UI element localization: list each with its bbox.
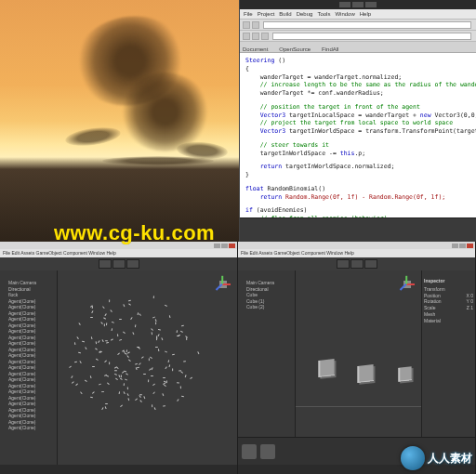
step-button[interactable] (364, 259, 377, 269)
minimize-button[interactable] (452, 244, 458, 248)
hierarchy-panel[interactable]: Main CameraDirectionalflockAgent(Clone)A… (0, 270, 58, 465)
maximize-button[interactable] (352, 2, 364, 7)
file-path-field[interactable] (263, 21, 471, 29)
flock-agent (152, 383, 154, 386)
flock-agent (123, 383, 125, 386)
minimize-button[interactable] (339, 2, 350, 7)
minimize-button[interactable] (214, 244, 220, 248)
flock-agent (101, 407, 104, 410)
maximize-button[interactable] (221, 244, 228, 248)
menu-tools[interactable]: Tools (317, 11, 330, 17)
flock-agent (125, 378, 127, 380)
close-button[interactable] (365, 2, 377, 7)
back-button[interactable] (243, 21, 250, 29)
flock-agent (115, 377, 118, 380)
search-field[interactable] (272, 33, 471, 40)
menu-debug[interactable]: Debug (297, 11, 313, 17)
pause-button[interactable] (350, 259, 364, 269)
inspector-row[interactable]: ScaleZ 1 (424, 305, 473, 311)
flock-agent (148, 358, 149, 361)
inspector-row[interactable]: Material (424, 318, 473, 324)
new-file-button[interactable] (243, 33, 250, 40)
close-button[interactable] (229, 244, 235, 248)
pause-button[interactable] (112, 259, 126, 269)
flock-agent (180, 371, 183, 374)
menu-build[interactable]: Build (279, 11, 291, 17)
flock-agent (151, 375, 153, 377)
window-titlebar[interactable] (240, 0, 476, 9)
scene-view[interactable] (296, 270, 421, 437)
orientation-gizmo[interactable] (213, 274, 233, 295)
flock-agent (95, 348, 98, 350)
flock-agent (107, 383, 110, 386)
tab-strip: Document OpenSource FindAll (240, 42, 476, 53)
flock-agent (177, 336, 179, 336)
inspector-row[interactable]: PositionX 0 (424, 293, 473, 299)
flock-agent (80, 391, 83, 394)
flock-agent (139, 394, 142, 395)
flock-agent (186, 337, 188, 340)
flock-agent (157, 334, 160, 336)
project-panel[interactable] (238, 437, 475, 465)
flock-agent (177, 399, 179, 402)
flock-agent (139, 362, 141, 365)
scene-view[interactable] (58, 270, 237, 465)
flock-agent (184, 375, 186, 377)
folder-icon[interactable] (260, 444, 275, 459)
scene-cube[interactable] (357, 364, 373, 383)
axis-x-icon (222, 283, 231, 285)
flock-agent (126, 355, 129, 358)
flock-agent (104, 360, 107, 362)
inspector-row[interactable]: RotationY 0 (424, 298, 473, 305)
flock-agent (183, 361, 186, 362)
close-button[interactable] (467, 244, 473, 248)
unity-menubar[interactable]: File Edit Assets GameObject Component Wi… (238, 249, 475, 257)
code-area[interactable]: Steering () { wanderTarget = wanderTarge… (240, 53, 476, 217)
play-button[interactable] (99, 259, 112, 269)
flock-agent (113, 374, 116, 375)
hierarchy-panel[interactable]: Main CameraDirectionalCubeCube (1)Cube (… (238, 270, 296, 437)
hierarchy-item[interactable]: Cube (2) (241, 304, 292, 310)
menu-bar[interactable]: File Project Build Debug Tools Window He… (240, 9, 476, 20)
flock-agent (161, 337, 163, 340)
menu-file[interactable]: File (244, 11, 253, 17)
unity-window-cubes: File Edit Assets GameObject Component Wi… (238, 242, 476, 474)
menu-help[interactable]: Help (360, 11, 371, 17)
folder-icon[interactable] (242, 444, 257, 459)
flock-agent (96, 359, 99, 362)
flock-agent (128, 299, 131, 301)
scene-cube[interactable] (318, 359, 334, 377)
open-file-button[interactable] (252, 33, 259, 40)
step-button[interactable] (126, 259, 139, 269)
forward-button[interactable] (252, 21, 259, 29)
flock-agent (108, 299, 109, 302)
flock-agent (158, 329, 161, 331)
orientation-gizmo[interactable] (397, 274, 417, 295)
inspector-row[interactable]: Transform (424, 286, 473, 293)
unity-titlebar-left[interactable] (0, 242, 237, 249)
inspector-row[interactable]: Mesh (424, 311, 473, 318)
menu-project[interactable]: Project (258, 11, 275, 17)
tab-doc[interactable]: Document (243, 46, 268, 52)
flock-agent (119, 405, 122, 408)
flock-agent (79, 361, 82, 363)
unity-menubar[interactable]: File Edit Assets GameObject Component Wi… (0, 249, 237, 257)
flock-agent (141, 357, 144, 360)
flock-agent (126, 393, 129, 396)
menu-window[interactable]: Window (335, 11, 354, 17)
tab-open[interactable]: OpenSource (279, 46, 311, 52)
inspector-panel[interactable]: InspectorTransformPositionX 0RotationY 0… (421, 270, 475, 437)
flock-agent (106, 342, 109, 344)
scene-cube[interactable] (398, 366, 411, 381)
flock-agent (155, 322, 156, 324)
play-button[interactable] (337, 259, 350, 269)
unity-titlebar-right[interactable] (238, 242, 475, 249)
flock-agent (152, 332, 153, 335)
tab-find[interactable]: FindAll (322, 46, 338, 52)
maximize-button[interactable] (459, 244, 466, 248)
bird-swarm-shape (56, 17, 214, 156)
save-button[interactable] (261, 33, 269, 40)
flock-agent (105, 403, 108, 404)
hierarchy-item[interactable]: Agent(Clone) (3, 425, 54, 431)
flock-agent (154, 407, 156, 410)
